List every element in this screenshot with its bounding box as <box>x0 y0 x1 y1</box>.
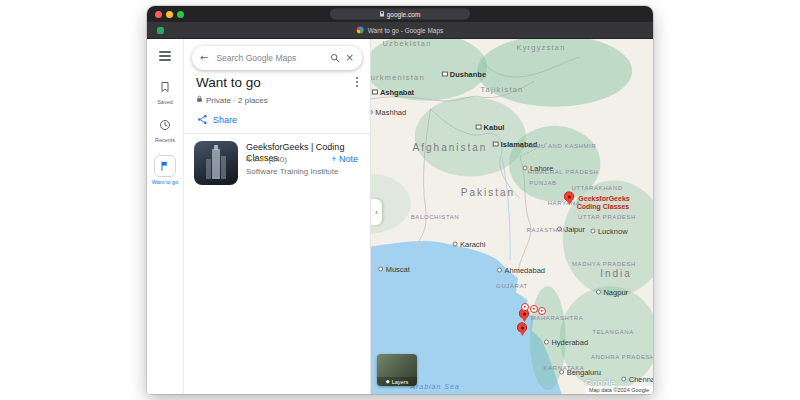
map-label: Jaipur <box>557 225 585 234</box>
sidebar-item-recents[interactable]: Recents <box>155 117 175 143</box>
map-label: Bengaluru <box>559 368 601 377</box>
map-label: MADHYA PRADESH <box>572 261 636 267</box>
share-icon <box>197 111 208 129</box>
rating-value: 4.7 <box>246 155 257 164</box>
layers-label-row: ◆ Layers <box>377 377 417 386</box>
browser-window: google.com Want to go - Google Maps Save… <box>147 6 653 394</box>
map-label: Chennai <box>621 375 653 384</box>
want-to-go-label: Want to go <box>152 179 178 185</box>
share-label: Share <box>213 115 237 125</box>
map-attribution: Map data ©2024 Google <box>585 386 653 394</box>
collapse-panel-button[interactable]: ‹ <box>371 199 382 225</box>
map-label: GeeksforGeeks <box>578 195 629 202</box>
map-label: Hyderabad <box>544 338 588 347</box>
add-note-button[interactable]: + Note <box>331 154 358 164</box>
menu-button[interactable] <box>159 51 171 61</box>
search-input[interactable] <box>214 52 323 64</box>
maps-favicon-icon <box>357 27 364 34</box>
map-label: Kabul <box>476 123 505 132</box>
map-label: TELANGANA <box>592 329 634 335</box>
lock-icon <box>380 13 384 17</box>
divider <box>184 133 370 134</box>
map-label: KARNATAKA <box>544 365 585 371</box>
map-label: ANDHRA PRADESH <box>591 354 653 360</box>
map-saved-dot-marker[interactable] <box>530 305 538 313</box>
maps-app: Saved Recents Want to go ← <box>147 39 653 394</box>
map-label: Arabian Sea <box>410 383 460 390</box>
sidebar-item-want-to-go[interactable]: Want to go <box>152 155 178 185</box>
privacy-text: Private · 2 places <box>206 96 268 105</box>
recents-label: Recents <box>155 137 175 143</box>
star-icon: ★ <box>259 155 266 164</box>
saved-label: Saved <box>157 99 173 105</box>
map-label: Ahmedabad <box>497 266 545 275</box>
map-label: Uzbekistan <box>382 39 431 48</box>
map-label: UTTARAKHAND <box>571 185 622 191</box>
map-pin-marker[interactable] <box>518 323 527 332</box>
map-label: Coding Classes <box>577 203 630 210</box>
list-title: Want to go <box>196 75 354 90</box>
list-panel: ← × Want to go Private · 2 places <box>184 39 371 394</box>
map-label: HARYANA <box>548 200 581 206</box>
map-saved-dot-marker[interactable] <box>538 307 546 315</box>
place-thumbnail <box>194 141 238 185</box>
map-overlay-layer: UzbekistanKyrgyzstanTurkmenistanDushanbe… <box>371 39 653 394</box>
map-label: Ashgabat <box>372 88 414 97</box>
list-header: Want to go <box>196 75 360 90</box>
map-label: MAHARASHTRA <box>531 315 584 321</box>
map-label: Dushanbe <box>442 70 486 79</box>
map-label: Karachi <box>453 240 486 249</box>
extension-icon[interactable] <box>157 27 164 34</box>
map-label: Muscat <box>378 265 410 274</box>
layers-text: Layers <box>392 379 409 385</box>
minimize-window-button[interactable] <box>166 11 173 18</box>
address-bar[interactable]: google.com <box>330 9 470 20</box>
sidebar-item-saved[interactable]: Saved <box>157 79 173 105</box>
clock-icon <box>159 117 171 135</box>
map-label: Lucknow <box>590 227 627 236</box>
map-label: PUNJAB <box>529 180 556 186</box>
place-rating: 4.7 ★ (340) <box>246 155 287 164</box>
search-icon[interactable] <box>330 53 340 63</box>
map-label: Kyrgyzstan <box>516 43 565 52</box>
share-button[interactable]: Share <box>197 111 237 129</box>
want-to-go-flag-icon <box>154 155 176 177</box>
left-rail: Saved Recents Want to go <box>147 39 184 394</box>
close-panel-icon[interactable]: × <box>346 53 354 63</box>
map-pin-marker[interactable] <box>565 192 574 201</box>
window-controls <box>155 11 184 18</box>
map-label: GUJARAT <box>496 283 528 289</box>
map-label: Islamabad <box>493 140 538 149</box>
map-label: JAMMU AND KASHMIR <box>522 143 597 149</box>
layers-icon: ◆ <box>386 379 390 384</box>
private-lock-icon <box>196 95 203 105</box>
more-options-button[interactable] <box>354 75 360 89</box>
map-label: India <box>600 268 632 279</box>
tab-title: Want to go - Google Maps <box>368 27 444 34</box>
map-label: Afghanistan <box>413 142 488 153</box>
map-canvas[interactable]: UzbekistanKyrgyzstanTurkmenistanDushanbe… <box>371 39 653 394</box>
map-label: Turkmenistan <box>371 73 425 82</box>
browser-titlebar: google.com <box>147 6 653 22</box>
bookmark-icon <box>159 79 171 97</box>
search-bar: ← × <box>192 46 362 70</box>
map-saved-dot-marker[interactable] <box>521 303 529 311</box>
place-list-item[interactable]: GeeksforGeeks | Coding Classes 4.7 ★ (34… <box>184 139 370 199</box>
desktop-background: google.com Want to go - Google Maps Save… <box>0 0 800 400</box>
layers-button[interactable]: ◆ Layers <box>377 354 417 386</box>
map-label: Nagpur <box>596 288 628 297</box>
privacy-status: Private · 2 places <box>196 95 268 105</box>
browser-tab-bar: Want to go - Google Maps <box>147 22 653 39</box>
place-category: Software Training Institute <box>246 167 339 176</box>
map-label: BALOCHISTAN <box>411 214 460 220</box>
map-label: HIMACHAL PRADESH <box>527 169 598 175</box>
close-window-button[interactable] <box>155 11 162 18</box>
maximize-window-button[interactable] <box>177 11 184 18</box>
map-label: UTTAR PRADESH <box>578 214 636 220</box>
back-button[interactable]: ← <box>200 53 208 63</box>
map-label: Lahore <box>523 164 554 173</box>
map-label: Tajikistan <box>481 85 524 94</box>
browser-tab[interactable]: Want to go - Google Maps <box>357 27 444 34</box>
url-text: google.com <box>387 11 421 18</box>
map-label: Mashhad <box>371 108 406 117</box>
